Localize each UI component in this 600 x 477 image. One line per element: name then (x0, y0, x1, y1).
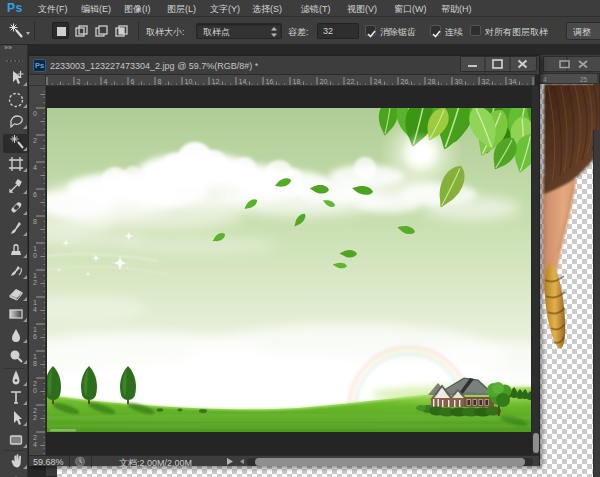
svg-text:1: 1 (33, 272, 37, 279)
svg-text:16: 16 (266, 78, 274, 85)
svg-text:1: 1 (33, 299, 37, 306)
svg-text:30: 30 (455, 78, 463, 85)
svg-text:6: 6 (33, 333, 37, 340)
svg-text:28: 28 (428, 78, 436, 85)
svg-text:2: 2 (33, 137, 37, 144)
svg-text:1: 1 (33, 326, 37, 333)
svg-text:26: 26 (401, 78, 409, 85)
svg-text:4: 4 (33, 441, 37, 448)
svg-text:0: 0 (33, 387, 37, 394)
svg-text:2: 2 (33, 414, 37, 421)
svg-text:0: 0 (33, 110, 37, 117)
svg-text:14: 14 (239, 78, 247, 85)
svg-text:12: 12 (212, 78, 220, 85)
svg-text:2: 2 (77, 78, 81, 85)
svg-text:8: 8 (158, 78, 162, 85)
svg-text:32: 32 (482, 78, 490, 85)
svg-text:4: 4 (33, 164, 37, 171)
svg-text:34: 34 (509, 78, 517, 85)
svg-text:4: 4 (104, 78, 108, 85)
svg-text:18: 18 (293, 78, 301, 85)
svg-text:6: 6 (33, 191, 37, 198)
svg-text:8: 8 (33, 360, 37, 367)
svg-text:2: 2 (33, 380, 37, 387)
svg-text:1: 1 (33, 245, 37, 252)
svg-text:22: 22 (347, 78, 355, 85)
svg-text:10: 10 (185, 78, 193, 85)
svg-text:8: 8 (33, 218, 37, 225)
svg-text:24: 24 (374, 78, 382, 85)
svg-text:0: 0 (33, 252, 37, 259)
svg-text:20: 20 (320, 78, 328, 85)
svg-text:2: 2 (33, 434, 37, 441)
svg-text:6: 6 (131, 78, 135, 85)
svg-text:1: 1 (33, 353, 37, 360)
svg-text:4: 4 (33, 306, 37, 313)
svg-text:2: 2 (33, 407, 37, 414)
svg-text:2: 2 (33, 279, 37, 286)
